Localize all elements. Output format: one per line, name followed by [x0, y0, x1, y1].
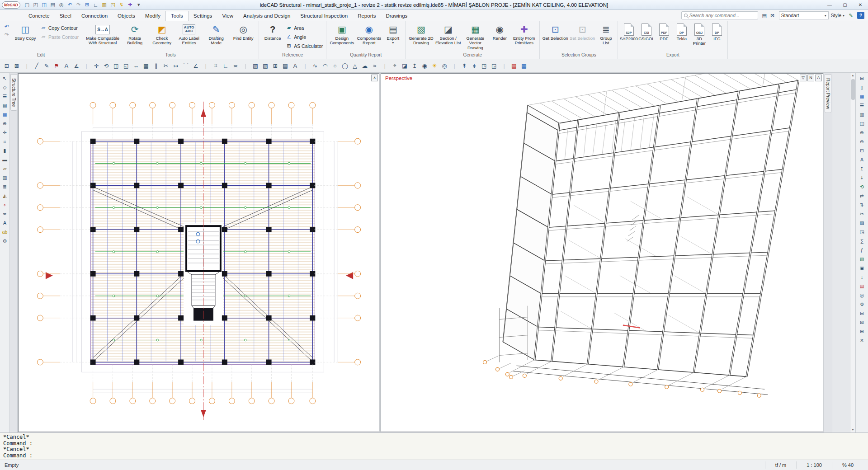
design-components-button[interactable]: ▣ Design Components [329, 23, 355, 52]
settings-icon[interactable]: ⚙ [858, 300, 866, 308]
fillet-icon[interactable]: ⌒ [181, 61, 191, 71]
auto-label-icon[interactable]: ab [1, 228, 9, 236]
tab-structural-inspection[interactable]: Structural Inspection [295, 11, 353, 21]
text-icon[interactable]: A [290, 61, 300, 71]
get-selection-button[interactable]: ⊡ Get Selection [542, 23, 568, 52]
layer-up-icon[interactable]: ↟ [459, 61, 469, 71]
dim-aligned-icon[interactable]: ∟ [221, 61, 231, 71]
export-csicol-button[interactable]: CSI CSICOL [638, 23, 655, 52]
sort-icon[interactable]: ⇅ [858, 201, 866, 209]
plan-view-pane[interactable]: ∧ [18, 73, 379, 432]
perspective-view-pane[interactable]: Perspective ▽NA [381, 73, 823, 432]
export-sap2000-button[interactable]: S2P SAP2000 [620, 23, 637, 52]
open-file-icon[interactable]: ◰ [32, 1, 40, 9]
paste-contour-button[interactable]: ▱ Paste Contour [39, 33, 80, 41]
node-edit-icon[interactable]: ◇ [1, 83, 9, 91]
extend-icon[interactable]: ↦ [171, 61, 181, 71]
status-item[interactable]: 1 : 100 [796, 461, 832, 469]
group-list-button[interactable]: ≣ Group List [596, 23, 615, 52]
hatch-icon[interactable]: ▨ [250, 61, 260, 71]
spline-icon[interactable]: ≈ [370, 61, 380, 71]
tab-concrete[interactable]: Concrete [24, 11, 55, 21]
trim-icon[interactable]: ✂ [161, 61, 171, 71]
layers-icon[interactable]: ▥ [100, 1, 108, 9]
auto-label-entities-button[interactable]: AUTOABC Auto Label Entities [176, 23, 202, 52]
refresh-icon[interactable]: ⟲ [858, 183, 866, 191]
zoom-window-icon[interactable]: ⊡ [2, 61, 12, 71]
help-icon[interactable]: ? [857, 12, 864, 19]
text-icon[interactable]: A [858, 155, 866, 164]
mirror-icon[interactable]: ◫ [111, 61, 121, 71]
export-report-button[interactable]: ▤ Export ▾ [383, 23, 403, 52]
zoom-out-icon[interactable]: ⊖ [858, 137, 866, 146]
chart-icon[interactable]: ▧ [858, 255, 866, 263]
maximize-button[interactable]: ▢ [837, 0, 853, 9]
table-icon[interactable]: ⊞ [270, 61, 280, 71]
grid-settings-icon[interactable]: ▦ [519, 61, 529, 71]
cloud-icon[interactable]: ☁ [360, 61, 370, 71]
new-file-icon[interactable]: ▢ [23, 1, 31, 9]
area-button[interactable]: ▰ Area [285, 24, 324, 32]
layer-down-icon[interactable]: ↡ [469, 61, 479, 71]
align-bottom-icon[interactable]: ↧ [858, 174, 866, 182]
chamfer-icon[interactable]: ∠ [191, 61, 201, 71]
polygon-icon[interactable]: △ [350, 61, 360, 71]
polyline-icon[interactable]: ∿ [310, 61, 320, 71]
story-icon[interactable]: ▤ [1, 101, 9, 109]
axis-labels-icon[interactable]: A [815, 75, 822, 81]
paint-icon[interactable]: ⚑ [52, 61, 61, 71]
section-icon[interactable]: ◪ [400, 61, 410, 71]
label-icon[interactable]: A [61, 61, 71, 71]
zoom-in-icon[interactable]: ⊕ [1, 119, 9, 127]
tab-objects[interactable]: Objects [113, 11, 140, 21]
rotate-building-button[interactable]: ⟳ Rotate Building [122, 23, 148, 52]
separator[interactable]: | [81, 61, 91, 71]
make-compatible-button[interactable]: S→A Make Compatible With Structural [85, 23, 121, 52]
undo-icon[interactable]: ↶ [66, 1, 74, 9]
qat-menu-icon[interactable]: ▾ [135, 1, 143, 9]
command-window[interactable]: *Cancel*Command :*Cancel*Command : [0, 432, 868, 460]
undo-button[interactable]: ↶ [2, 23, 11, 30]
pane-expand-icon[interactable]: ∧ [371, 75, 378, 81]
render-button[interactable]: ◉ Render [489, 23, 510, 52]
list-icon[interactable]: ☰ [858, 101, 866, 109]
preview-icon[interactable]: ◎ [858, 291, 866, 299]
sun-icon[interactable]: ☀ [429, 61, 439, 71]
zoom-in-icon[interactable]: ⊕ [858, 128, 866, 136]
entity-from-primitives-button[interactable]: ✚ Entity From Primitives [511, 23, 537, 52]
save-icon[interactable]: ◫ [40, 1, 48, 9]
components-report-button[interactable]: ◉ Components Report [356, 23, 382, 52]
generate-2d-drawing-button[interactable]: ▧ Generate 2D Drawing [408, 23, 434, 52]
brush-icon[interactable]: ✎ [847, 11, 855, 19]
sum-icon[interactable]: ∑ [858, 237, 866, 245]
as-calculator-button[interactable]: ⊞ AS Calculator [285, 42, 324, 50]
label-icon[interactable]: A [1, 219, 9, 227]
tab-modify[interactable]: Modify [140, 11, 165, 21]
print-icon[interactable]: ▤ [49, 1, 57, 9]
ungroup-icon[interactable]: ◲ [489, 61, 499, 71]
scroll-thumb[interactable] [851, 79, 855, 100]
camera-icon[interactable]: ◉ [420, 61, 429, 71]
region-icon[interactable]: ▧ [260, 61, 270, 71]
tab-analysis-and-design[interactable]: Analysis and Design [238, 11, 295, 21]
north-view-icon[interactable]: N [807, 75, 814, 81]
favorites-icon[interactable]: ▤ [760, 11, 769, 19]
scale-icon[interactable]: ◱ [121, 61, 131, 71]
columns-icon[interactable]: ▥ [858, 110, 866, 118]
select-icon[interactable]: ↖ [1, 74, 9, 82]
print-icon[interactable]: ▤ [858, 282, 866, 290]
tab-settings[interactable]: Settings [189, 11, 217, 21]
report-preview-tab[interactable]: Report Preview [825, 74, 831, 113]
table-icon[interactable]: ▦ [858, 92, 866, 100]
separator[interactable]: | [449, 61, 459, 71]
status-item[interactable]: % 40 [832, 461, 863, 469]
export-tekla-button[interactable]: DP Tekla [673, 23, 690, 52]
status-item[interactable]: tf / m [765, 461, 796, 469]
compass-icon[interactable]: ∡ [71, 61, 81, 71]
print-icon[interactable]: ▤ [509, 61, 519, 71]
row-insert-icon[interactable]: ⊟ [858, 309, 866, 317]
wand-icon[interactable]: ✚ [126, 1, 134, 9]
beam-icon[interactable]: ▬ [1, 155, 9, 164]
hatch-icon[interactable]: ▨ [858, 219, 866, 227]
snap-grid-icon[interactable]: ⊞ [83, 1, 91, 9]
